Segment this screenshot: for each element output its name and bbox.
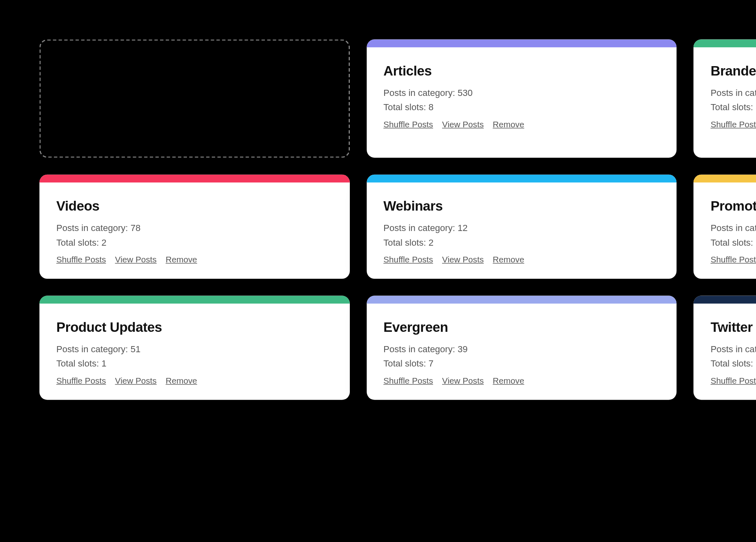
category-card: Twitter ThreadsPosts in category: 92Tota… [694, 296, 756, 400]
card-body: EvergreenPosts in category: 39Total slot… [367, 304, 677, 400]
card-title: Webinars [383, 198, 660, 214]
posts-count: Posts in category: 39 [383, 344, 660, 354]
card-color-strip [367, 40, 677, 47]
card-actions: Shuffle PostsView PostsRemove [383, 120, 660, 129]
view-posts-link[interactable]: View Posts [115, 375, 157, 385]
shuffle-posts-link[interactable]: Shuffle Posts [56, 375, 106, 385]
card-color-strip [367, 175, 677, 182]
shuffle-posts-link[interactable]: Shuffle Posts [711, 375, 756, 385]
card-title: Videos [56, 198, 333, 214]
posts-count: Posts in category: 39 [711, 88, 756, 98]
shuffle-posts-link[interactable]: Shuffle Posts [711, 255, 756, 264]
card-title: Promotional Content [711, 198, 756, 214]
category-card: Branded ContentPosts in category: 39Tota… [694, 40, 756, 158]
slots-count: Total slots: 12 [711, 359, 756, 369]
card-color-strip [694, 40, 756, 47]
new-category-label: New Post Category [146, 92, 243, 105]
view-posts-link[interactable]: View Posts [442, 120, 484, 129]
posts-count: Posts in category: 120 [711, 223, 756, 233]
card-color-strip [40, 175, 350, 182]
card-title: Articles [383, 63, 660, 79]
category-card: EvergreenPosts in category: 39Total slot… [367, 296, 677, 400]
card-body: WebinarsPosts in category: 12Total slots… [367, 182, 677, 279]
card-body: Product UpdatesPosts in category: 51Tota… [40, 304, 350, 400]
card-body: ArticlesPosts in category: 530Total slot… [367, 47, 677, 144]
category-grid: New Post Category ArticlesPosts in categ… [0, 0, 756, 439]
card-color-strip [367, 296, 677, 304]
posts-count: Posts in category: 51 [56, 344, 333, 354]
remove-link[interactable]: Remove [166, 255, 197, 264]
category-card: Product UpdatesPosts in category: 51Tota… [40, 296, 350, 400]
slots-count: Total slots: 2 [383, 238, 660, 248]
shuffle-posts-link[interactable]: Shuffle Posts [56, 255, 106, 264]
shuffle-posts-link[interactable]: Shuffle Posts [383, 120, 433, 129]
card-body: Promotional ContentPosts in category: 12… [694, 182, 756, 279]
card-color-strip [694, 175, 756, 182]
slots-count: Total slots: 6 [711, 238, 756, 248]
shuffle-posts-link[interactable]: Shuffle Posts [383, 255, 433, 264]
card-actions: Shuffle PostsView PostsRemove [711, 375, 756, 385]
new-category-card[interactable]: New Post Category [40, 40, 350, 158]
card-title: Product Updates [56, 319, 333, 335]
posts-count: Posts in category: 78 [56, 223, 333, 233]
card-title: Evergreen [383, 319, 660, 335]
posts-count: Posts in category: 92 [711, 344, 756, 354]
card-actions: Shuffle PostsView PostsRemove [711, 120, 756, 129]
card-title: Twitter Threads [711, 319, 756, 335]
card-title: Branded Content [711, 63, 756, 79]
card-body: VideosPosts in category: 78Total slots: … [40, 182, 350, 279]
view-posts-link[interactable]: View Posts [115, 255, 157, 264]
card-body: Twitter ThreadsPosts in category: 92Tota… [694, 304, 756, 400]
card-actions: Shuffle PostsView PostsRemove [56, 255, 333, 264]
remove-link[interactable]: Remove [493, 120, 524, 129]
category-card: VideosPosts in category: 78Total slots: … [40, 175, 350, 279]
card-color-strip [40, 296, 350, 304]
card-actions: Shuffle PostsView PostsRemove [56, 375, 333, 385]
view-posts-link[interactable]: View Posts [442, 375, 484, 385]
posts-count: Posts in category: 12 [383, 223, 660, 233]
posts-count: Posts in category: 530 [383, 88, 660, 98]
slots-count: Total slots: 2 [56, 238, 333, 248]
slots-count: Total slots: 1 [56, 359, 333, 369]
card-actions: Shuffle PostsView PostsRemove [383, 375, 660, 385]
remove-link[interactable]: Remove [493, 375, 524, 385]
view-posts-link[interactable]: View Posts [442, 255, 484, 264]
category-card: Promotional ContentPosts in category: 12… [694, 175, 756, 279]
card-color-strip [694, 296, 756, 304]
slots-count: Total slots: 8 [383, 102, 660, 113]
slots-count: Total slots: 7 [383, 359, 660, 369]
card-actions: Shuffle PostsView PostsRemove [711, 255, 756, 264]
shuffle-posts-link[interactable]: Shuffle Posts [383, 375, 433, 385]
category-card: ArticlesPosts in category: 530Total slot… [367, 40, 677, 158]
remove-link[interactable]: Remove [166, 375, 197, 385]
shuffle-posts-link[interactable]: Shuffle Posts [711, 120, 756, 129]
slots-count: Total slots: 3 [711, 102, 756, 113]
card-body: Branded ContentPosts in category: 39Tota… [694, 47, 756, 144]
card-actions: Shuffle PostsView PostsRemove [383, 255, 660, 264]
remove-link[interactable]: Remove [493, 255, 524, 264]
category-card: WebinarsPosts in category: 12Total slots… [367, 175, 677, 279]
